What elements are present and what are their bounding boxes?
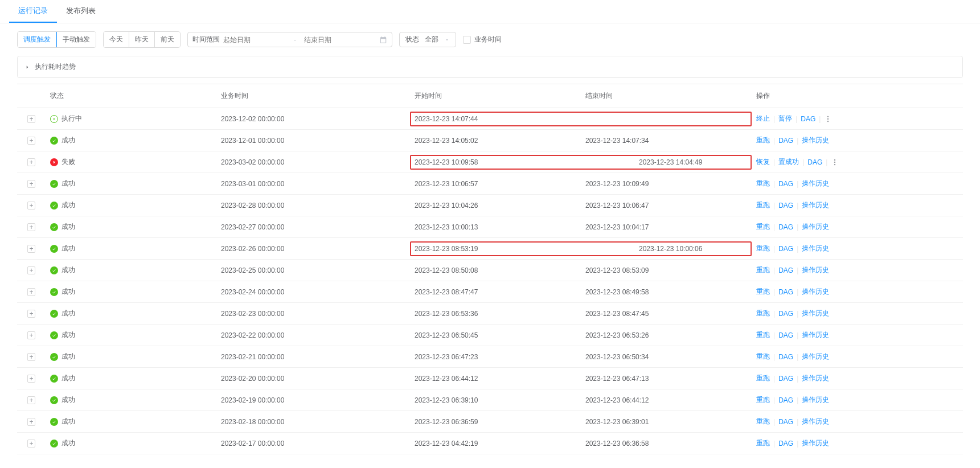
action-dag[interactable]: DAG — [778, 310, 793, 318]
expand-icon[interactable]: + — [27, 310, 35, 318]
expand-icon[interactable]: + — [27, 223, 35, 231]
action-rerun[interactable]: 重跑 — [756, 373, 770, 383]
status-cell: 成功 — [50, 417, 212, 426]
biz-time-cell: 2023-02-24 00:00:00 — [216, 281, 410, 303]
action-history[interactable]: 操作历史 — [802, 373, 829, 383]
today-button[interactable]: 今天 — [104, 32, 129, 47]
action-rerun[interactable]: 重跑 — [756, 136, 770, 145]
day-before-button[interactable]: 前天 — [155, 32, 180, 47]
action-history[interactable]: 操作历史 — [802, 395, 829, 405]
expand-icon[interactable]: + — [27, 396, 35, 404]
action-divider: | — [773, 440, 775, 448]
date-range-picker[interactable]: 时间范围 - — [187, 32, 392, 47]
action-rerun[interactable]: 重跑 — [756, 352, 770, 362]
action-rerun[interactable]: 重跑 — [756, 244, 770, 253]
expand-icon[interactable]: + — [27, 137, 35, 145]
start-time-cell: 2023-12-23 06:36:59 — [410, 411, 581, 433]
action-history[interactable]: 操作历史 — [802, 417, 829, 426]
action-rerun[interactable]: 重跑 — [756, 438, 770, 448]
biz-time-cell: 2023-03-02 00:00:00 — [216, 151, 410, 173]
action-dag[interactable]: DAG — [801, 115, 815, 123]
action-history[interactable]: 操作历史 — [802, 200, 829, 210]
expand-icon[interactable]: + — [27, 115, 35, 123]
action-history[interactable]: 操作历史 — [802, 309, 829, 318]
trigger-schedule-button[interactable]: 调度触发 — [18, 32, 57, 47]
col-end-time: 结束时间 — [581, 84, 752, 108]
action-history[interactable]: 操作历史 — [802, 179, 829, 188]
action-history[interactable]: 操作历史 — [802, 265, 829, 275]
action-history[interactable]: 操作历史 — [802, 352, 829, 362]
action-dag[interactable]: DAG — [778, 180, 793, 188]
action-history[interactable]: 操作历史 — [802, 330, 829, 340]
action-history[interactable]: 操作历史 — [802, 287, 829, 297]
expand-icon[interactable]: + — [27, 180, 35, 188]
tab-publish-list[interactable]: 发布列表 — [57, 0, 105, 23]
action-dag[interactable]: DAG — [778, 223, 793, 231]
action-divider: | — [773, 137, 775, 145]
exec-trend-panel[interactable]: 执行耗时趋势 — [17, 56, 963, 78]
end-time-cell: 2023-12-23 06:39:01 — [581, 411, 752, 433]
action-divider: | — [797, 180, 798, 188]
action-rerun[interactable]: 重跑 — [756, 200, 770, 210]
biz-time-cell: 2023-03-01 00:00:00 — [216, 173, 410, 195]
action-rerun[interactable]: 重跑 — [756, 417, 770, 426]
action-rerun[interactable]: 重跑 — [756, 222, 770, 232]
action-setok[interactable]: 置成功 — [778, 157, 799, 167]
action-rerun[interactable]: 重跑 — [756, 265, 770, 275]
action-rerun[interactable]: 重跑 — [756, 179, 770, 188]
action-dag[interactable]: DAG — [807, 158, 822, 166]
action-recover[interactable]: 恢复 — [756, 157, 770, 167]
action-dag[interactable]: DAG — [778, 440, 793, 448]
end-time-cell: 2023-12-23 10:09:49 — [581, 173, 752, 195]
yesterday-button[interactable]: 昨天 — [129, 32, 155, 47]
action-dag[interactable]: DAG — [778, 396, 793, 404]
svg-point-3 — [834, 159, 835, 160]
action-rerun[interactable]: 重跑 — [756, 395, 770, 405]
action-history[interactable]: 操作历史 — [802, 136, 829, 145]
expand-icon[interactable]: + — [27, 418, 35, 426]
expand-icon[interactable]: + — [27, 158, 35, 166]
actions-cell: 重跑|DAG|操作历史 — [756, 417, 958, 426]
action-dag[interactable]: DAG — [778, 288, 793, 296]
expand-icon[interactable]: + — [27, 353, 35, 361]
tab-run-records[interactable]: 运行记录 — [9, 0, 57, 23]
biz-time-checkbox[interactable]: 业务时间 — [463, 35, 502, 44]
more-icon[interactable] — [824, 115, 832, 123]
action-dag[interactable]: DAG — [778, 353, 793, 361]
action-rerun[interactable]: 重跑 — [756, 309, 770, 318]
action-dag[interactable]: DAG — [778, 418, 793, 426]
calendar-icon — [379, 36, 387, 44]
action-dag[interactable]: DAG — [778, 137, 793, 145]
action-rerun[interactable]: 重跑 — [756, 330, 770, 340]
action-dag[interactable]: DAG — [778, 331, 793, 339]
end-date-input[interactable] — [304, 36, 367, 44]
action-divider: | — [773, 353, 775, 361]
action-history[interactable]: 操作历史 — [802, 222, 829, 232]
trigger-manual-button[interactable]: 手动触发 — [57, 32, 96, 47]
action-stop[interactable]: 终止 — [756, 114, 770, 124]
action-divider: | — [797, 202, 798, 210]
expand-icon[interactable]: + — [27, 440, 35, 448]
action-history[interactable]: 操作历史 — [802, 438, 829, 448]
expand-icon[interactable]: + — [27, 375, 35, 383]
expand-icon[interactable]: + — [27, 202, 35, 210]
action-rerun[interactable]: 重跑 — [756, 287, 770, 297]
biz-time-cell: 2023-02-20 00:00:00 — [216, 368, 410, 389]
action-pause[interactable]: 暂停 — [778, 114, 792, 124]
expand-icon[interactable]: + — [27, 266, 35, 274]
status-select[interactable]: 状态 全部 — [399, 32, 456, 47]
action-dag[interactable]: DAG — [778, 266, 793, 274]
col-start-time: 开始时间 — [410, 84, 581, 108]
expand-icon[interactable]: + — [27, 288, 35, 296]
actions-cell: 重跑|DAG|操作历史 — [756, 244, 958, 253]
actions-cell: 重跑|DAG|操作历史 — [756, 330, 958, 340]
action-dag[interactable]: DAG — [778, 245, 793, 253]
expand-icon[interactable]: + — [27, 331, 35, 339]
action-history[interactable]: 操作历史 — [802, 244, 829, 253]
biz-time-label: 业务时间 — [474, 35, 502, 44]
action-dag[interactable]: DAG — [778, 202, 793, 210]
more-icon[interactable] — [831, 158, 839, 166]
expand-icon[interactable]: + — [27, 245, 35, 253]
start-date-input[interactable] — [223, 36, 286, 44]
action-dag[interactable]: DAG — [778, 375, 793, 383]
